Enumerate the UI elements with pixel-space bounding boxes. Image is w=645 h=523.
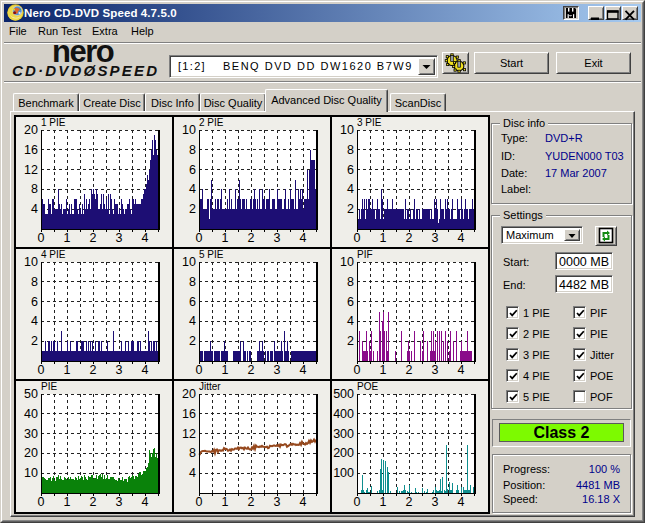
svg-text:8: 8 bbox=[189, 275, 196, 289]
svg-text:0: 0 bbox=[196, 495, 203, 509]
svg-text:40: 40 bbox=[24, 407, 38, 421]
svg-text:300: 300 bbox=[333, 427, 354, 441]
svg-text:3: 3 bbox=[274, 495, 281, 509]
svg-text:2 PIE: 2 PIE bbox=[199, 117, 224, 128]
svg-text:4: 4 bbox=[189, 466, 196, 480]
svg-text:2: 2 bbox=[248, 495, 255, 509]
svg-text:1 PIE: 1 PIE bbox=[41, 117, 66, 128]
svg-text:10: 10 bbox=[340, 123, 354, 137]
svg-text:50: 50 bbox=[24, 387, 38, 401]
svg-text:0: 0 bbox=[38, 495, 45, 509]
svg-text:8: 8 bbox=[189, 446, 196, 460]
svg-text:4: 4 bbox=[31, 202, 38, 216]
svg-text:20: 20 bbox=[24, 123, 38, 137]
svg-text:4: 4 bbox=[142, 231, 149, 245]
svg-text:1: 1 bbox=[380, 363, 387, 377]
svg-text:2: 2 bbox=[406, 495, 413, 509]
svg-text:10: 10 bbox=[182, 123, 196, 137]
svg-text:POE: POE bbox=[357, 381, 378, 392]
svg-text:0: 0 bbox=[196, 231, 203, 245]
svg-text:3: 3 bbox=[274, 363, 281, 377]
svg-text:4: 4 bbox=[31, 314, 38, 328]
svg-text:2: 2 bbox=[406, 363, 413, 377]
svg-text:0: 0 bbox=[38, 231, 45, 245]
svg-text:1: 1 bbox=[380, 495, 387, 509]
svg-text:2: 2 bbox=[90, 231, 97, 245]
svg-text:0: 0 bbox=[38, 363, 45, 377]
svg-text:PIE: PIE bbox=[41, 381, 57, 392]
svg-text:4: 4 bbox=[300, 495, 307, 509]
svg-text:0: 0 bbox=[354, 363, 361, 377]
svg-text:1: 1 bbox=[64, 495, 71, 509]
svg-text:1: 1 bbox=[64, 231, 71, 245]
svg-text:0: 0 bbox=[354, 231, 361, 245]
svg-text:Jitter: Jitter bbox=[199, 381, 221, 392]
svg-text:6: 6 bbox=[347, 295, 354, 309]
svg-text:4: 4 bbox=[142, 363, 149, 377]
svg-text:0: 0 bbox=[196, 363, 203, 377]
svg-text:1: 1 bbox=[222, 495, 229, 509]
svg-text:2: 2 bbox=[248, 231, 255, 245]
svg-text:3: 3 bbox=[274, 231, 281, 245]
svg-text:2: 2 bbox=[406, 231, 413, 245]
svg-text:4: 4 bbox=[458, 495, 465, 509]
svg-text:4: 4 bbox=[347, 314, 354, 328]
svg-text:0: 0 bbox=[354, 495, 361, 509]
svg-text:2: 2 bbox=[347, 202, 354, 216]
svg-text:PIF: PIF bbox=[357, 249, 373, 260]
svg-text:16: 16 bbox=[182, 407, 196, 421]
svg-text:3: 3 bbox=[116, 495, 123, 509]
svg-text:3: 3 bbox=[116, 231, 123, 245]
svg-text:30: 30 bbox=[24, 427, 38, 441]
svg-text:6: 6 bbox=[189, 163, 196, 177]
svg-text:10: 10 bbox=[24, 466, 38, 480]
svg-text:8: 8 bbox=[31, 275, 38, 289]
svg-text:5 PIE: 5 PIE bbox=[199, 249, 224, 260]
svg-text:10: 10 bbox=[340, 255, 354, 269]
svg-text:1: 1 bbox=[380, 231, 387, 245]
svg-text:1: 1 bbox=[222, 231, 229, 245]
svg-text:100: 100 bbox=[333, 466, 354, 480]
svg-text:2: 2 bbox=[189, 202, 196, 216]
svg-text:200: 200 bbox=[333, 446, 354, 460]
svg-text:4: 4 bbox=[300, 363, 307, 377]
svg-text:4: 4 bbox=[142, 495, 149, 509]
svg-text:10: 10 bbox=[182, 255, 196, 269]
svg-text:12: 12 bbox=[182, 427, 196, 441]
svg-text:20: 20 bbox=[182, 387, 196, 401]
svg-text:3: 3 bbox=[432, 495, 439, 509]
svg-text:4: 4 bbox=[300, 231, 307, 245]
svg-text:6: 6 bbox=[347, 163, 354, 177]
svg-text:4: 4 bbox=[189, 182, 196, 196]
svg-text:1: 1 bbox=[64, 363, 71, 377]
svg-text:2: 2 bbox=[90, 363, 97, 377]
svg-text:8: 8 bbox=[31, 182, 38, 196]
svg-text:8: 8 bbox=[347, 143, 354, 157]
svg-text:6: 6 bbox=[189, 295, 196, 309]
svg-text:4: 4 bbox=[347, 182, 354, 196]
svg-text:2: 2 bbox=[347, 334, 354, 348]
svg-text:3: 3 bbox=[432, 231, 439, 245]
svg-text:400: 400 bbox=[333, 407, 354, 421]
svg-text:20: 20 bbox=[24, 446, 38, 460]
svg-text:6: 6 bbox=[31, 295, 38, 309]
svg-text:500: 500 bbox=[333, 387, 354, 401]
svg-text:4: 4 bbox=[458, 231, 465, 245]
svg-text:2: 2 bbox=[189, 334, 196, 348]
svg-text:12: 12 bbox=[24, 163, 38, 177]
svg-text:8: 8 bbox=[347, 275, 354, 289]
svg-text:3 PIE: 3 PIE bbox=[357, 117, 382, 128]
svg-text:1: 1 bbox=[222, 363, 229, 377]
svg-text:2: 2 bbox=[31, 334, 38, 348]
svg-text:4: 4 bbox=[189, 314, 196, 328]
svg-text:2: 2 bbox=[248, 363, 255, 377]
svg-text:4 PIE: 4 PIE bbox=[41, 249, 66, 260]
svg-text:3: 3 bbox=[116, 363, 123, 377]
svg-text:10: 10 bbox=[24, 255, 38, 269]
svg-text:16: 16 bbox=[24, 143, 38, 157]
svg-text:3: 3 bbox=[432, 363, 439, 377]
svg-text:2: 2 bbox=[90, 495, 97, 509]
svg-text:8: 8 bbox=[189, 143, 196, 157]
svg-text:4: 4 bbox=[458, 363, 465, 377]
